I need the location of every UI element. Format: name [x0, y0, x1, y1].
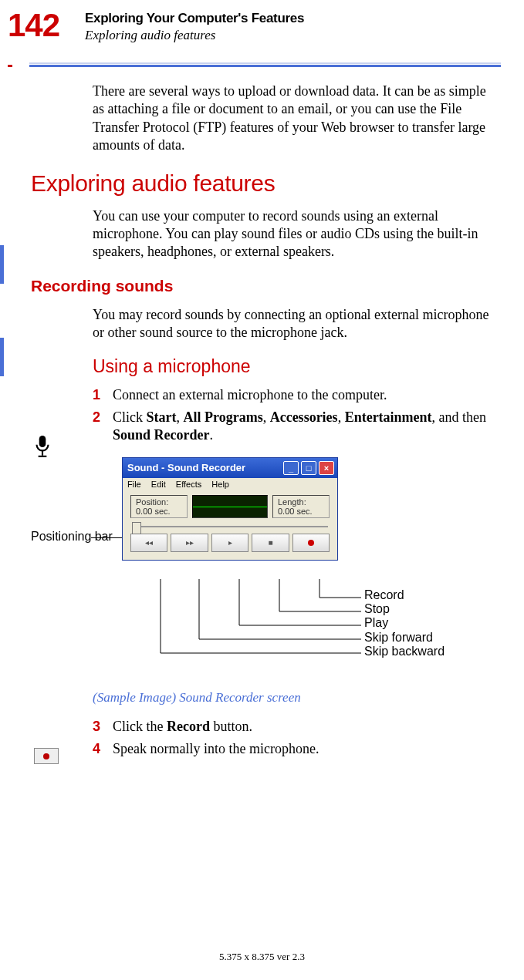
maximize-button[interactable]: □ — [301, 461, 316, 475]
menu-edit[interactable]: Edit — [151, 480, 166, 489]
callout-skip-forward: Skip forward — [364, 631, 445, 645]
minimize-button[interactable]: _ — [283, 461, 299, 475]
page-number: 142 — [8, 8, 85, 42]
menu-bar[interactable]: File Edit Effects Help — [123, 478, 337, 490]
play-button[interactable]: ▸ — [211, 534, 248, 552]
stop-button[interactable]: ■ — [252, 534, 289, 552]
step-text: Click the Record button. — [113, 718, 501, 736]
heading-exploring-audio: Exploring audio features — [31, 170, 501, 197]
h1-paragraph: You can use your computer to record soun… — [93, 207, 501, 261]
side-marker — [0, 245, 4, 284]
page-footer: 5.375 x 8.375 ver 2.3 — [0, 951, 524, 963]
slider-thumb[interactable] — [132, 522, 141, 534]
record-button[interactable] — [292, 534, 330, 552]
callout-record: Record — [364, 588, 445, 602]
step-number: 3 — [93, 718, 113, 736]
positioning-bar-label: Positioning bar — [31, 530, 113, 544]
heading-recording-sounds: Recording sounds — [31, 277, 501, 295]
heading-using-microphone: Using a microphone — [93, 356, 501, 377]
callout-play: Play — [364, 616, 445, 630]
step-3: 3 Click the Record button. — [93, 718, 501, 736]
step-2: 2 Click Start, All Programs, Accessories… — [93, 409, 501, 445]
step-text: Click Start, All Programs, Accessories, … — [113, 409, 501, 445]
step-text: Connect an external microphone to the co… — [113, 386, 501, 404]
step-1: 1 Connect an external microphone to the … — [93, 386, 501, 404]
menu-effects[interactable]: Effects — [176, 480, 201, 489]
record-button-icon — [34, 748, 59, 764]
skip-backward-button[interactable]: ◂◂ — [130, 534, 167, 552]
side-marker — [0, 338, 4, 376]
step-text: Speak normally into the microphone. — [113, 740, 501, 758]
figure-caption: (Sample Image) Sound Recorder screen — [93, 690, 501, 706]
sound-recorder-figure: Positioning bar Sound - Sound Recorder _… — [31, 457, 501, 681]
callout-skip-backward: Skip backward — [364, 645, 445, 658]
menu-file[interactable]: File — [127, 480, 141, 489]
header-rule — [8, 65, 501, 67]
waveform-display — [192, 495, 268, 518]
step-4: 4 Speak normally into the microphone. — [93, 740, 501, 758]
step-number: 4 — [93, 740, 113, 758]
section-title-header: Exploring audio features — [85, 28, 501, 43]
window-title: Sound - Sound Recorder — [127, 462, 245, 473]
length-field: Length: 0.00 sec. — [272, 495, 330, 518]
chapter-title: Exploring Your Computer's Features — [85, 11, 501, 26]
titlebar[interactable]: Sound - Sound Recorder _ □ × — [123, 458, 337, 478]
position-field: Position: 0.00 sec. — [130, 495, 188, 518]
close-button[interactable]: × — [319, 461, 334, 475]
intro-paragraph: There are several ways to upload or down… — [93, 83, 501, 155]
step-number: 2 — [93, 409, 113, 445]
sound-recorder-window: Sound - Sound Recorder _ □ × File Edit E… — [122, 457, 338, 561]
step-number: 1 — [93, 386, 113, 404]
menu-help[interactable]: Help — [211, 480, 229, 489]
h2-paragraph: You may record sounds by connecting an o… — [93, 306, 501, 342]
svg-rect-0 — [39, 436, 46, 447]
skip-forward-button[interactable]: ▸▸ — [171, 534, 208, 552]
callout-stop: Stop — [364, 602, 445, 616]
position-slider[interactable] — [132, 526, 328, 527]
